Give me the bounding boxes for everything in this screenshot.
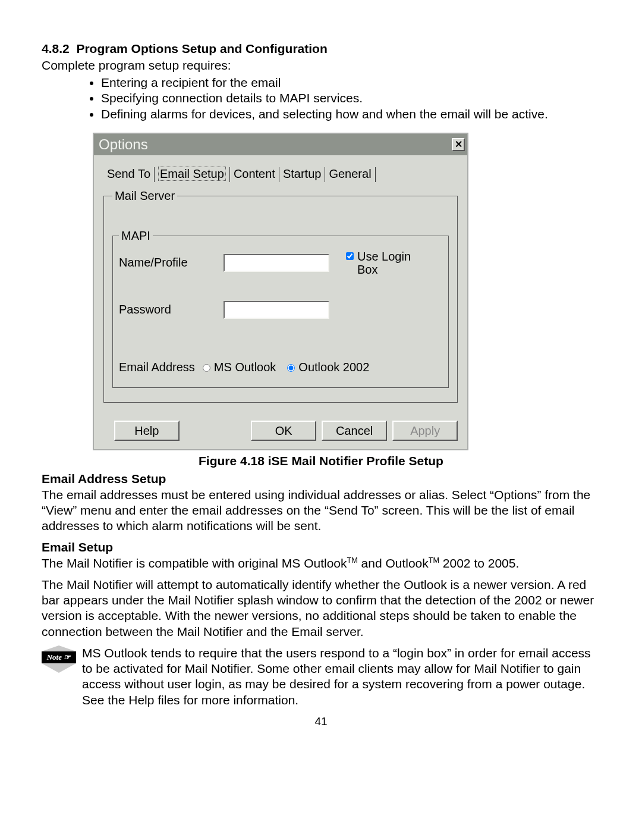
- email-setup-p2: The Mail Notifier will attempt to automa…: [42, 577, 600, 640]
- email-setup-p1: The Mail Notifier is compatible with ori…: [42, 556, 600, 571]
- radio-ms-outlook[interactable]: MS Outlook: [200, 361, 276, 374]
- mapi-group: MAPI Name/Profile Use LoginBox Password: [112, 229, 449, 388]
- dialog-titlebar: Options ✕: [94, 134, 467, 155]
- email-address-radio-row: Email Address MS Outlook Outlook 2002: [119, 361, 442, 374]
- tab-startup[interactable]: Startup: [279, 167, 325, 182]
- figure-caption: Figure 4.18 iSE Mail Notifier Profile Se…: [42, 454, 600, 468]
- help-button[interactable]: Help: [114, 421, 180, 441]
- tab-general[interactable]: General: [325, 167, 375, 182]
- close-icon: ✕: [455, 139, 462, 149]
- apply-button: Apply: [392, 421, 458, 441]
- tab-strip: Send To Email Setup Content Startup Gene…: [103, 167, 458, 182]
- password-input[interactable]: [224, 301, 329, 319]
- email-setup-heading: Email Setup: [42, 540, 600, 554]
- list-item: Defining alarms for devices, and selecti…: [101, 106, 600, 122]
- email-address-setup-body: The email addresses must be entered usin…: [42, 487, 600, 534]
- list-item: Entering a recipient for the email: [101, 75, 600, 90]
- note-body: MS Outlook tends to require that the use…: [82, 645, 600, 708]
- use-login-box-label: Use LoginBox: [357, 250, 411, 276]
- mapi-legend: MAPI: [119, 229, 153, 243]
- dialog-button-row: Help OK Cancel Apply: [103, 421, 458, 441]
- radio-outlook-2002[interactable]: Outlook 2002: [284, 361, 369, 374]
- trademark-icon: TM: [429, 556, 439, 565]
- section-number: 4.8.2: [42, 42, 70, 55]
- note-badge-label: Note ☞: [42, 651, 76, 663]
- list-item: Specifying connection details to MAPI se…: [101, 90, 600, 106]
- tab-email-setup[interactable]: Email Setup: [155, 167, 230, 182]
- close-button[interactable]: ✕: [452, 138, 465, 151]
- tab-send-to[interactable]: Send To: [103, 167, 155, 182]
- options-dialog: Options ✕ Send To Email Setup Content St…: [93, 133, 468, 450]
- name-profile-label: Name/Profile: [119, 256, 224, 269]
- note-icon: Note ☞: [42, 645, 76, 673]
- cancel-button[interactable]: Cancel: [322, 421, 387, 441]
- section-title: Program Options Setup and Configuration: [76, 42, 327, 55]
- email-address-label: Email Address: [119, 361, 195, 374]
- dialog-title: Options: [99, 136, 148, 153]
- trademark-icon: TM: [347, 556, 358, 565]
- radio-outlook-2002-input[interactable]: [287, 364, 295, 372]
- intro-text: Complete program setup requires:: [42, 58, 600, 73]
- password-label: Password: [119, 303, 224, 316]
- radio-ms-outlook-input[interactable]: [203, 364, 210, 372]
- section-heading: 4.8.2 Program Options Setup and Configur…: [42, 42, 600, 56]
- mail-server-group: Mail Server MAPI Name/Profile Use LoginB…: [103, 189, 458, 403]
- requirements-list: Entering a recipient for the email Speci…: [42, 75, 600, 122]
- email-address-setup-heading: Email Address Setup: [42, 472, 600, 486]
- mail-server-legend: Mail Server: [112, 189, 177, 203]
- page-number: 41: [42, 715, 600, 728]
- use-login-box-checkbox[interactable]: [346, 252, 354, 260]
- note-block: Note ☞ MS Outlook tends to require that …: [42, 645, 600, 708]
- tab-content[interactable]: Content: [230, 167, 279, 182]
- name-profile-input[interactable]: [224, 254, 329, 272]
- use-login-box-wrapper[interactable]: Use LoginBox: [344, 250, 411, 276]
- ok-button[interactable]: OK: [251, 421, 316, 441]
